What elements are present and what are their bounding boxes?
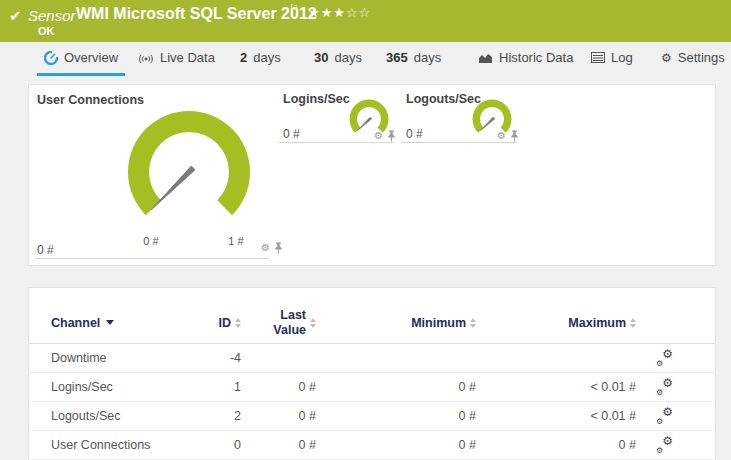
tab-label: Historic Data [499, 50, 573, 65]
gauge-needle [358, 117, 372, 130]
tab-label: days [334, 50, 361, 65]
gauge-current-value: 0 # [37, 243, 54, 257]
object-kind-label: Sensor [28, 7, 76, 24]
tab-label: Settings [678, 50, 725, 65]
user-connections-gauge [119, 102, 259, 242]
widget-underline [35, 258, 269, 259]
channel-minimum: 0 # [316, 409, 476, 423]
channel-id: 0 [196, 438, 241, 452]
gauge-widget-actions: ⚙ [374, 130, 396, 142]
tab-settings[interactable]: ⚙ Settings [661, 42, 725, 73]
channel-settings-gears-icon[interactable]: ⚙⚙ [656, 438, 673, 453]
channel-maximum: < 0.01 # [476, 380, 636, 394]
sensor-title: WMI Microsoft SQL Server 2012 [76, 5, 317, 23]
gauge-widget-actions: ⚙ [261, 242, 283, 254]
gauge-icon [44, 51, 58, 65]
channel-minimum: 0 # [316, 380, 476, 394]
tab-historic-data[interactable]: Historic Data [478, 42, 573, 73]
sort-icon [630, 318, 636, 328]
tab-number: 30 [314, 50, 328, 65]
column-label: Maximum [568, 316, 626, 330]
channel-name[interactable]: Logins/Sec [29, 380, 196, 394]
overview-gauges-panel: User Connections 0 # 1 # 0 # ⚙ Logins/Se… [28, 84, 716, 266]
tab-2-days[interactable]: 2 days [240, 42, 281, 73]
gauge-needle [481, 117, 495, 130]
channel-id: -4 [196, 351, 241, 365]
sensor-status-bar: ✔ Sensor WMI Microsoft SQL Server 2012 ⚐… [0, 0, 731, 42]
channel-settings-gears-icon[interactable]: ⚙⚙ [656, 409, 673, 424]
channels-table-panel: Channel ID Last Value Minimum Maximum Do… [28, 287, 716, 460]
tab-label: Log [611, 50, 633, 65]
chart-icon [478, 52, 493, 64]
live-signal-icon [138, 52, 154, 64]
column-header-maximum[interactable]: Maximum [476, 316, 636, 330]
tab-30-days[interactable]: 30 days [314, 42, 362, 73]
channel-maximum: < 0.01 # [476, 409, 636, 423]
tab-label: days [414, 50, 441, 65]
channel-settings-gears-icon[interactable]: ⚙⚙ [656, 380, 673, 395]
channel-maximum: 0 # [476, 438, 636, 452]
table-row-logins: Logins/Sec 1 0 # 0 # < 0.01 # ⚙⚙ [29, 373, 715, 402]
column-header-channel[interactable]: Channel [29, 316, 196, 330]
column-label: Channel [51, 316, 100, 330]
gear-icon[interactable]: ⚙ [261, 243, 270, 253]
table-row-logouts: Logouts/Sec 2 0 # 0 # < 0.01 # ⚙⚙ [29, 402, 715, 431]
table-row-user-connections: User Connections 0 0 # 0 # 0 # ⚙⚙ [29, 431, 715, 460]
sort-desc-icon [106, 320, 114, 325]
gauge-current-value: 0 # [406, 127, 423, 141]
tab-log[interactable]: Log [591, 42, 633, 73]
gear-icon[interactable]: ⚙ [497, 131, 506, 141]
column-header-id[interactable]: ID [196, 316, 241, 330]
column-label: Last Value [264, 308, 306, 337]
channel-name[interactable]: Downtime [29, 351, 196, 365]
gauge-needle [152, 166, 196, 209]
channel-settings-gears-icon[interactable]: ⚙⚙ [656, 351, 673, 366]
channel-last-value: 0 # [241, 438, 316, 452]
settings-gear-icon: ⚙ [661, 51, 672, 65]
pin-icon[interactable] [510, 130, 519, 142]
channel-minimum: 0 # [316, 438, 476, 452]
gauge-title-logins: Logins/Sec [283, 92, 350, 106]
channel-last-value: 0 # [241, 380, 316, 394]
pin-icon[interactable] [387, 130, 396, 142]
channel-id: 1 [196, 380, 241, 394]
tab-number: 365 [386, 50, 408, 65]
channel-name[interactable]: User Connections [29, 438, 196, 452]
channel-id: 2 [196, 409, 241, 423]
tab-live-data[interactable]: Live Data [138, 42, 215, 73]
tab-label: Live Data [160, 50, 215, 65]
column-header-minimum[interactable]: Minimum [316, 316, 476, 330]
channel-name[interactable]: Logouts/Sec [29, 409, 196, 423]
widget-underline [278, 142, 394, 143]
gauge-current-value: 0 # [283, 127, 300, 141]
column-header-last-value[interactable]: Last Value [241, 308, 316, 337]
gauge-scale-min: 0 # [126, 235, 176, 247]
status-badge: OK [38, 25, 55, 37]
channel-last-value: 0 # [241, 409, 316, 423]
tab-overview[interactable]: Overview [37, 42, 125, 76]
column-label: ID [219, 316, 232, 330]
gauge-widget-actions: ⚙ [497, 130, 519, 142]
tab-365-days[interactable]: 365 days [386, 42, 441, 73]
flag-icon[interactable]: ⚐ [289, 2, 299, 15]
log-list-icon [591, 52, 605, 63]
pin-icon[interactable] [274, 242, 283, 254]
table-header-row: Channel ID Last Value Minimum Maximum [29, 302, 715, 344]
priority-stars[interactable]: ★★★☆☆ [308, 5, 371, 20]
widget-underline [401, 142, 517, 143]
tab-label: Overview [64, 50, 118, 65]
gear-icon[interactable]: ⚙ [374, 131, 383, 141]
tab-number: 2 [240, 50, 247, 65]
tab-label: days [253, 50, 280, 65]
status-ok-check-icon: ✔ [9, 7, 22, 25]
gauge-scale-max: 1 # [211, 235, 261, 247]
column-label: Minimum [411, 316, 466, 330]
table-row-downtime: Downtime -4 ⚙⚙ [29, 344, 715, 373]
